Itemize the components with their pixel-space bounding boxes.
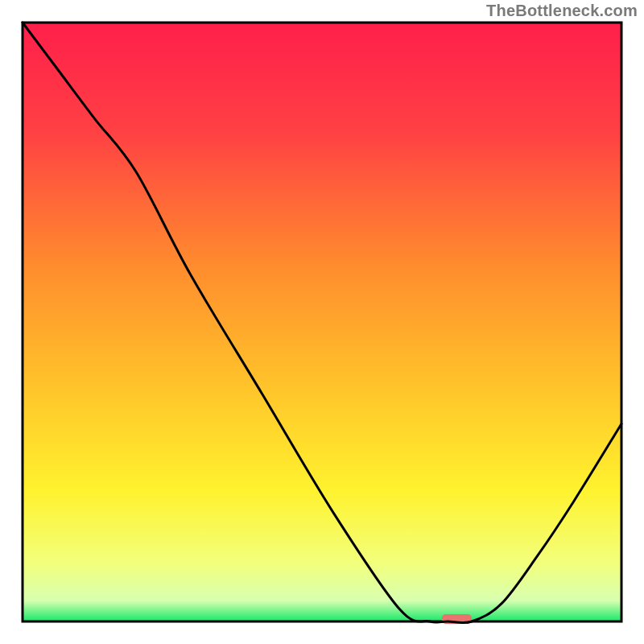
watermark-label: TheBottleneck.com [486,2,638,20]
plot-background [23,23,621,621]
bottleneck-chart [0,0,644,644]
chart-container: TheBottleneck.com [0,0,644,644]
